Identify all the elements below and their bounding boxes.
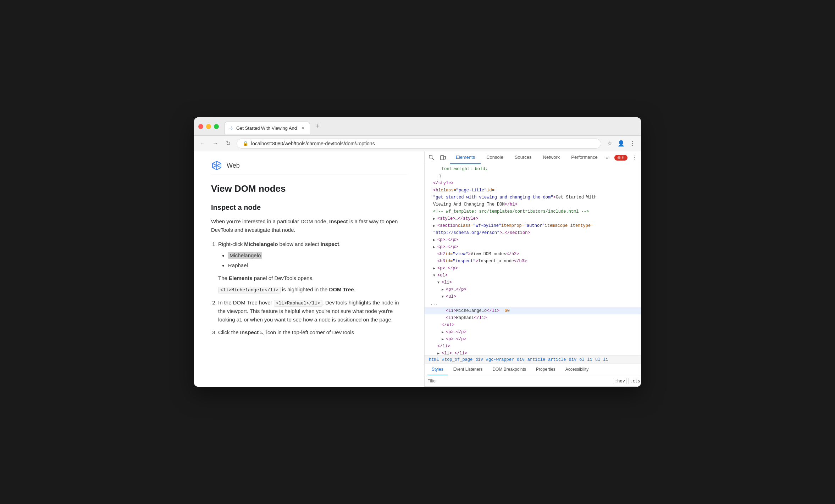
dom-line-section-b: "http://schema.org/Person">…</section>	[425, 229, 641, 236]
dom-line-comment: <!-- wf_template: src/templates/contribu…	[425, 208, 641, 215]
tab-properties[interactable]: Properties	[532, 364, 560, 375]
devtools-panel: Elements Console Sources Network Perform…	[425, 151, 641, 387]
cls-filter-button[interactable]: .cls	[628, 378, 641, 384]
tab-network[interactable]: Network	[537, 151, 566, 164]
content-area: Web View DOM nodes Inspect a node When y…	[194, 151, 641, 387]
devtools-actions: ⋮ ✕	[630, 153, 641, 162]
account-icon[interactable]: 👤	[617, 139, 625, 148]
breadcrumb-div3[interactable]: div	[568, 357, 578, 362]
device-toolbar-button[interactable]	[439, 153, 447, 162]
breadcrumb-html[interactable]: html	[427, 357, 441, 362]
dom-line-h1a: <h1 class="page-title" id=	[425, 187, 641, 194]
tab-styles[interactable]: Styles	[427, 364, 448, 375]
tab-close-button[interactable]: ✕	[300, 125, 305, 131]
dom-line-p3: ▶ <p>…</p>	[425, 265, 641, 272]
reload-button[interactable]: ↻	[224, 139, 232, 148]
michelangelo-code: <li>Michelangelo</li>	[218, 287, 281, 293]
steps-list: Right-click Michelangelo below and selec…	[211, 240, 407, 337]
tab-favicon-icon: ⊹	[229, 125, 233, 131]
site-header: Web	[211, 160, 407, 174]
breadcrumb-div1[interactable]: div	[474, 357, 485, 362]
breadcrumb-gc-wrapper[interactable]: #gc-wrapper	[485, 357, 515, 362]
elements-bold: Elements	[229, 275, 253, 281]
dom-line-ul: ▼ <ul>	[425, 293, 641, 300]
filter-input[interactable]	[427, 379, 610, 383]
michelangelo-bold: Michelangelo	[244, 241, 278, 247]
inspect-bold-step3: Inspect	[240, 329, 259, 335]
dom-line-p1: ▶ <p>…</p>	[425, 236, 641, 243]
site-logo-icon	[211, 160, 222, 171]
breadcrumb-li[interactable]: li	[586, 357, 594, 362]
breadcrumb-ol[interactable]: ol	[578, 357, 586, 362]
breadcrumb-article1[interactable]: article	[526, 357, 547, 362]
svg-rect-5	[444, 156, 446, 159]
dom-line-p-after2: ▶ <p>…</p>	[425, 336, 641, 343]
dom-line-h1c: Viewing And Changing The DOM</h1>	[425, 201, 641, 208]
tab-title: Get Started With Viewing And	[236, 125, 297, 131]
error-icon: ⊗	[617, 155, 621, 160]
maximize-traffic-light[interactable]	[214, 124, 219, 129]
dom-line-michelangelo[interactable]: <li>Michelangelo</li> == $0	[425, 307, 641, 314]
dom-line-section-a: ▶ <section class="wf-byline" itemprop="a…	[425, 222, 641, 229]
traffic-lights	[198, 124, 219, 129]
highlighted-code-text: <li>Michelangelo</li> is highlighted in …	[218, 285, 407, 294]
breadcrumb-li2[interactable]: li	[602, 357, 609, 362]
dom-line-h2: <h2 id="view" >View DOM nodes</h2>	[425, 251, 641, 258]
minimize-traffic-light[interactable]	[206, 124, 211, 129]
filter-pseudo-buttons: :hov .cls	[613, 378, 641, 384]
error-badge[interactable]: ⊗ 6	[614, 155, 627, 161]
raphael-code: <li>Raphael</li>	[274, 300, 322, 307]
dom-line-h3: <h3 id="inspect" >Inspect a node</h3>	[425, 258, 641, 265]
tab-event-listeners[interactable]: Event Listeners	[449, 364, 487, 375]
dom-line-p-after1: ▶ <p>…</p>	[425, 329, 641, 336]
devtools-menu-button[interactable]: ⋮	[630, 153, 639, 162]
step-1: Right-click Michelangelo below and selec…	[218, 240, 407, 294]
active-tab[interactable]: ⊹ Get Started With Viewing And ✕	[225, 122, 310, 134]
step-2: In the DOM Tree hover <li>Raphael</li>. …	[218, 298, 407, 324]
step1-text: Right-click Michelangelo below and selec…	[218, 241, 341, 247]
page-section-title: View DOM nodes	[211, 183, 407, 195]
dom-line-li1-p: ▶ <p>…</p>	[425, 286, 641, 293]
inspect-bold-step1: Inspect	[320, 241, 339, 247]
tab-console[interactable]: Console	[481, 151, 509, 164]
raphael-text: Raphael	[228, 262, 248, 268]
tab-dom-breakpoints[interactable]: DOM Breakpoints	[488, 364, 530, 375]
title-bar: ⊹ Get Started With Viewing And ✕ +	[194, 117, 641, 136]
step2-text: In the DOM Tree hover <li>Raphael</li>. …	[218, 299, 399, 323]
devtools-bottom-tabs: Styles Event Listeners DOM Breakpoints P…	[425, 364, 641, 375]
dom-line-li2: ▶ <li>…</li>	[425, 350, 641, 355]
dom-tree-bold: DOM Tree	[329, 286, 354, 292]
tab-performance[interactable]: Performance	[565, 151, 603, 164]
security-lock-icon: 🔒	[243, 141, 248, 146]
tab-elements[interactable]: Elements	[450, 151, 481, 164]
tab-accessibility[interactable]: Accessibility	[561, 364, 593, 375]
breadcrumb-top-of-page[interactable]: #top_of_page	[441, 357, 474, 362]
breadcrumb-ul[interactable]: ul	[594, 357, 602, 362]
hov-filter-button[interactable]: :hov	[613, 378, 627, 384]
close-traffic-light[interactable]	[198, 124, 203, 129]
address-bar: ← → ↻ 🔒 localhost:8080/web/tools/chrome-…	[194, 136, 641, 151]
michelangelo-item: Michelangelo	[228, 251, 407, 260]
devtools-tabs: Elements Console Sources Network Perform…	[450, 151, 612, 164]
menu-icon[interactable]: ⋮	[628, 139, 637, 148]
dom-line-style-collapsed: ▶ <style>…</style>	[425, 215, 641, 222]
url-bar[interactable]: 🔒 localhost:8080/web/tools/chrome-devtoo…	[237, 139, 601, 149]
breadcrumb-article2[interactable]: article	[547, 357, 567, 362]
site-name: Web	[227, 162, 240, 169]
forward-button[interactable]: →	[211, 139, 220, 148]
inspect-element-button[interactable]	[427, 153, 436, 162]
breadcrumb-div2[interactable]: div	[515, 357, 526, 362]
new-tab-button[interactable]: +	[313, 122, 323, 131]
dom-line: font-weight: bold;	[425, 166, 641, 173]
page-content: Web View DOM nodes Inspect a node When y…	[194, 151, 425, 387]
dom-line-h1b: "get_started_with_viewing_and_changing_t…	[425, 194, 641, 201]
filter-bar: :hov .cls +	[425, 375, 641, 387]
dom-tree: font-weight: bold; } </style> <h1 class=…	[425, 164, 641, 355]
more-tabs-button[interactable]: »	[603, 155, 612, 160]
back-button[interactable]: ←	[198, 139, 207, 148]
browser-window: ⊹ Get Started With Viewing And ✕ + ← → ↻…	[194, 117, 641, 387]
devtools-close-button[interactable]: ✕	[640, 153, 641, 162]
tab-sources[interactable]: Sources	[509, 151, 537, 164]
subsection-heading: Inspect a node	[211, 203, 407, 212]
bookmark-icon[interactable]: ☆	[605, 139, 614, 148]
